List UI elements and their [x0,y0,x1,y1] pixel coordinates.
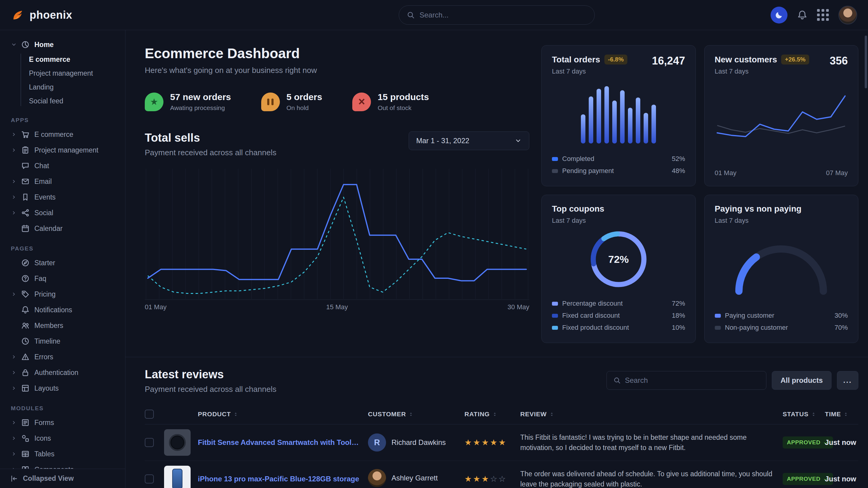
brand[interactable]: phoenix [11,8,72,22]
column-header-customer[interactable]: CUSTOMER [368,403,464,424]
notifications-button[interactable] [797,10,807,20]
legend-swatch [715,314,721,318]
latest-reviews-section: Latest reviews Payment received across a… [145,357,858,488]
bell-icon [797,10,807,20]
sidebar-item-project-management[interactable]: Project management [8,142,117,158]
sidebar-item-email[interactable]: Email [8,174,117,189]
caret-right-icon [10,435,18,441]
sort-icon [492,412,497,417]
sidebar-section-label-apps: APPS [11,117,117,124]
product-thumbnail [164,429,191,456]
column-header-review[interactable]: REVIEW [520,403,783,424]
column-header-status[interactable]: STATUS [783,403,825,424]
legend-value: 72% [672,300,685,307]
main-content: Ecommerce Dashboard Here's what's going … [125,30,868,488]
time-text: Just now [825,475,856,483]
sidebar-item-social[interactable]: Social [8,205,117,221]
apps-grid-button[interactable] [817,9,829,21]
table-header-row: PRODUCTCUSTOMERRATINGREVIEWSTATUSTIME [145,403,858,424]
lock-icon [21,368,31,377]
legend-value: 48% [672,167,685,175]
sidebar-item-timeline[interactable]: Timeline [8,333,117,349]
column-header-product[interactable]: PRODUCT [198,403,368,424]
sidebar-item-label: Notifications [34,306,72,314]
stat-value: 5 orders [286,92,322,102]
sidebar-item-e-commerce[interactable]: E commerce [29,53,117,66]
sidebar-item-members[interactable]: Members [8,318,117,333]
column-header-rating[interactable]: RATING [464,403,520,424]
column-label: STATUS [783,411,809,418]
compass-icon [21,259,31,267]
product-link[interactable]: Fitbit Sense Advanced Smartwatch with To… [198,438,361,447]
change-badge: -6.8% [604,55,627,65]
sidebar-item-social-feed[interactable]: Social feed [29,94,117,108]
sidebar-item-project-management[interactable]: Project management [29,66,117,80]
sidebar-item-label: Icons [34,434,51,443]
sidebar-item-faq[interactable]: Faq [8,271,117,286]
column-header-time[interactable]: TIME [825,403,858,424]
caret-right-icon [10,354,18,360]
search-icon [614,377,621,384]
sidebar-item-e-commerce[interactable]: E commerce [8,127,117,142]
row-select-cell [145,424,164,461]
more-options-button[interactable]: ... [837,371,858,390]
all-products-button[interactable]: All products [772,371,832,390]
sidebar-item-components[interactable]: Components [8,462,117,469]
select-all-checkbox[interactable] [145,410,154,419]
reviews-search[interactable] [607,371,766,390]
stat-orders-on-hold: 5 orders On hold [261,92,322,111]
legend-item: Fixed card discount 18% [552,310,685,322]
user-avatar[interactable] [838,6,857,24]
page-scrollbar[interactable] [865,36,867,88]
sidebar-item-starter[interactable]: Starter [8,255,117,271]
sidebar-item-label: Tables [34,450,54,458]
sidebar-item-layouts[interactable]: Layouts [8,380,117,396]
bookmark-icon [21,193,31,201]
search-input[interactable] [420,11,587,19]
sidebar-item-icons[interactable]: Icons [8,430,117,446]
status-cell: APPROVED [783,424,825,461]
sidebar-item-pricing[interactable]: Pricing [8,286,117,302]
sidebar-item-errors[interactable]: Errors [8,349,117,365]
product-link[interactable]: iPhone 13 pro max-Pacific Blue-128GB sto… [198,475,361,483]
pie-chart-icon [21,40,31,49]
collapse-view-button[interactable]: Collapsed View [0,469,125,488]
sidebar-item-label: Authentication [34,369,79,377]
review-cell: The order was delivered ahead of schedul… [520,461,783,488]
sidebar-item-landing[interactable]: Landing [29,80,117,94]
sidebar-section-label-modules: MODULES [11,405,117,412]
sidebar-item-home[interactable]: Home [8,37,117,53]
product-cell: iPhone 13 pro max-Pacific Blue-128GB sto… [198,461,368,488]
review-text: This Fitbit is fantastic! I was trying t… [520,432,775,453]
grid-icon [817,9,829,21]
sidebar-item-tables[interactable]: Tables [8,446,117,462]
sidebar-item-label: Layouts [34,384,59,392]
rating-stars: ★★★★★ [464,438,507,447]
x-icon: × [352,93,371,111]
sidebar-item-notifications[interactable]: Notifications [8,302,117,318]
sidebar-item-calendar[interactable]: Calendar [8,221,117,236]
row-checkbox[interactable] [145,438,154,447]
chevron-down-icon [515,137,522,144]
dark-mode-toggle[interactable] [771,7,787,24]
legend-value: 52% [672,155,685,163]
sidebar-item-authentication[interactable]: Authentication [8,365,117,380]
sidebar-item-chat[interactable]: Chat [8,158,117,174]
calendar-icon [21,224,31,233]
sidebar-item-events[interactable]: Events [8,189,117,205]
product-thumb-cell [164,461,198,488]
card-title: Total orders [552,55,600,65]
date-range-select[interactable]: Mar 1 - 31, 2022 [409,131,529,150]
card-title: New customers [715,55,777,65]
sidebar-item-forms[interactable]: Forms [8,415,117,430]
page-subtitle: Here's what's going on at your business … [145,66,529,75]
form-icon [21,418,31,427]
sidebar-home-subnav: E commerceProject managementLandingSocia… [21,53,117,108]
cart-icon [21,130,31,139]
customer-avatar [368,469,386,487]
row-select-cell [145,461,164,488]
global-search[interactable] [399,5,595,25]
reviews-search-input[interactable] [625,376,760,385]
new-customers-line-chart [715,89,847,155]
row-checkbox[interactable] [145,475,154,484]
